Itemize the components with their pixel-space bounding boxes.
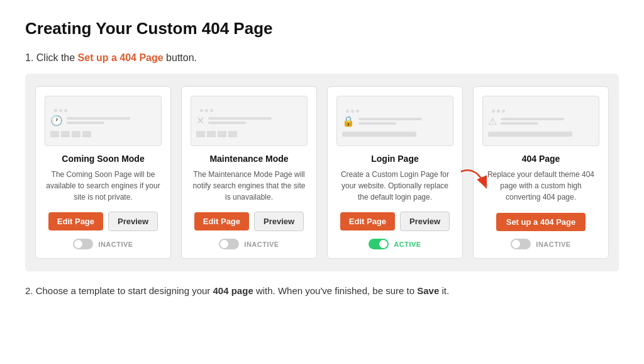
card-404-status: INACTIVE — [511, 239, 570, 249]
setup-404-button[interactable]: Set up a 404 Page — [496, 213, 586, 231]
card-404-thumbnail: ⚠ — [482, 96, 599, 146]
card-maintenance-desc: The Maintenance Mode Page will notify se… — [191, 169, 308, 203]
page-title: Creating Your Custom 404 Page — [25, 19, 619, 38]
card-404-title: 404 Page — [522, 154, 560, 164]
arrow-icon — [458, 166, 492, 200]
card-coming-soon-actions: Edit Page Preview — [48, 212, 158, 231]
card-maintenance-status: INACTIVE — [219, 239, 279, 249]
card-login-title: Login Page — [371, 154, 418, 164]
login-preview-button[interactable]: Preview — [400, 212, 450, 231]
card-login-actions: Edit Page Preview — [340, 212, 450, 231]
coming-soon-preview-button[interactable]: Preview — [108, 212, 158, 231]
coming-soon-edit-button[interactable]: Edit Page — [48, 212, 103, 230]
step2-instruction: 2. Choose a template to start designing … — [25, 285, 619, 296]
card-coming-soon-thumbnail: 🕐 — [45, 96, 162, 146]
login-edit-button[interactable]: Edit Page — [340, 212, 395, 230]
coming-soon-toggle[interactable] — [73, 239, 93, 249]
maintenance-toggle[interactable] — [219, 239, 239, 249]
card-login-thumbnail: 🔒 — [336, 96, 453, 146]
card-404: ⚠ 404 Page Replace your default theme 40… — [473, 86, 609, 259]
card-coming-soon: 🕐 Coming Soon Mode The Coming — [35, 86, 171, 259]
card-login-status: ACTIVE — [369, 239, 421, 249]
card-maintenance-thumbnail: ✕ — [191, 96, 308, 146]
step1-instruction: 1. Click the Set up a 404 Page button. — [25, 52, 619, 64]
card-maintenance-actions: Edit Page Preview — [194, 212, 304, 231]
cards-container: 🕐 Coming Soon Mode The Coming — [25, 74, 619, 271]
login-toggle[interactable] — [369, 239, 389, 249]
maintenance-edit-button[interactable]: Edit Page — [194, 212, 249, 230]
card-maintenance-title: Maintenance Mode — [209, 154, 288, 164]
cards-row: 🕐 Coming Soon Mode The Coming — [35, 86, 609, 259]
404-toggle[interactable] — [511, 239, 531, 249]
maintenance-preview-button[interactable]: Preview — [254, 212, 304, 231]
card-coming-soon-status: INACTIVE — [73, 239, 133, 249]
card-404-actions: Set up a 404 Page — [496, 213, 586, 231]
card-maintenance: ✕ Maintenance Mode The Maintena — [181, 86, 317, 259]
card-login-desc: Create a Custom Login Page for your webs… — [336, 169, 453, 203]
card-404-desc: Replace your default theme 404 page with… — [482, 169, 599, 204]
card-coming-soon-desc: The Coming Soon Page will be available t… — [45, 169, 162, 203]
card-coming-soon-title: Coming Soon Mode — [62, 154, 144, 164]
card-login: 🔒 Login Page Create a Custom Login Page … — [327, 86, 463, 259]
